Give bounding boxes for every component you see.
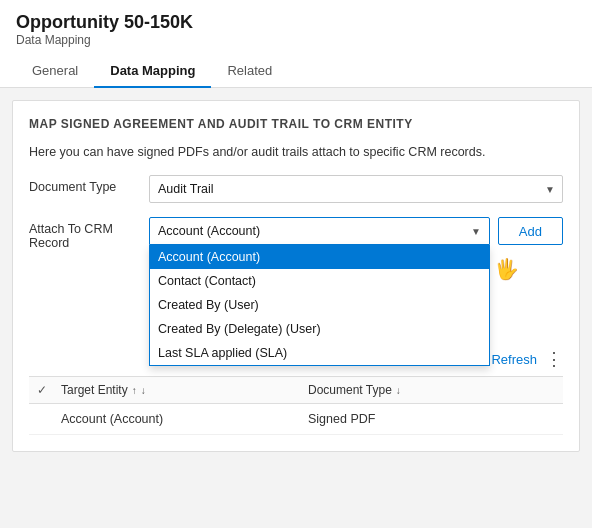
row-target-entity: Account (Account) (61, 412, 308, 426)
document-type-control: Audit Trail Signed PDF ▼ (149, 175, 563, 203)
page-title: Opportunity 50-150K (16, 12, 576, 33)
row-document-type: Signed PDF (308, 412, 555, 426)
attach-option-account[interactable]: Account (Account) 🖐 (150, 245, 489, 269)
document-type-select[interactable]: Audit Trail Signed PDF (149, 175, 563, 203)
attach-crm-display[interactable]: Account (Account) ▼ (149, 217, 490, 245)
attach-crm-dropdown[interactable]: Account (Account) ▼ Account (Account) 🖐 … (149, 217, 490, 245)
cursor-pointer-icon: 🖐 (494, 257, 519, 281)
page-header: Opportunity 50-150K Data Mapping General… (0, 0, 592, 88)
attach-option-created-by[interactable]: Created By (User) (150, 293, 489, 317)
table-document-type-header[interactable]: Document Type ↓ (308, 383, 555, 397)
sort-desc-icon: ↓ (141, 385, 146, 396)
attach-crm-label: Attach To CRMRecord (29, 217, 149, 250)
description-text: Here you can have signed PDFs and/or aud… (29, 145, 563, 159)
table-target-entity-header[interactable]: Target Entity ↑ ↓ (61, 383, 308, 397)
sort-asc-icon: ↑ (132, 385, 137, 396)
attach-crm-chevron-icon: ▼ (471, 226, 481, 237)
refresh-label: Refresh (491, 352, 537, 367)
attach-crm-row: Attach To CRMRecord Account (Account) ▼ … (29, 217, 563, 250)
attach-option-contact[interactable]: Contact (Contact) (150, 269, 489, 293)
tab-bar: General Data Mapping Related (16, 55, 576, 87)
attach-option-created-by-delegate[interactable]: Created By (Delegate) (User) (150, 317, 489, 341)
doc-type-sort-icon: ↓ (396, 385, 401, 396)
tab-data-mapping[interactable]: Data Mapping (94, 55, 211, 88)
tab-related[interactable]: Related (211, 55, 288, 88)
table-header: ✓ Target Entity ↑ ↓ Document Type ↓ (29, 376, 563, 404)
attach-crm-value: Account (Account) (158, 224, 260, 238)
main-content: MAP SIGNED AGREEMENT AND AUDIT TRAIL TO … (12, 100, 580, 452)
page-subtitle: Data Mapping (16, 33, 576, 47)
add-button[interactable]: Add (498, 217, 563, 245)
table-row: Account (Account) Signed PDF (29, 404, 563, 435)
page-wrapper: Opportunity 50-150K Data Mapping General… (0, 0, 592, 452)
attach-option-last-sla[interactable]: Last SLA applied (SLA) (150, 341, 489, 365)
more-options-button[interactable]: ⋮ (545, 350, 563, 368)
document-type-label: Document Type (29, 175, 149, 194)
tab-general[interactable]: General (16, 55, 94, 88)
section-title: MAP SIGNED AGREEMENT AND AUDIT TRAIL TO … (29, 117, 563, 131)
table-check-col: ✓ (37, 383, 61, 397)
document-type-row: Document Type Audit Trail Signed PDF ▼ (29, 175, 563, 203)
attach-crm-dropdown-list: Account (Account) 🖐 Contact (Contact) Cr… (149, 245, 490, 366)
